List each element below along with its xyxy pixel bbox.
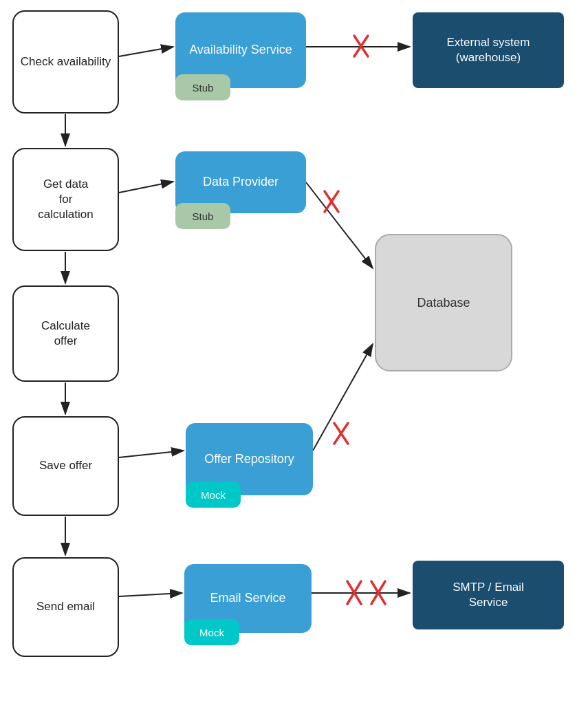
svg-line-20: [347, 581, 361, 604]
data-provider-label: Data Provider: [203, 174, 279, 190]
svg-line-22: [371, 581, 385, 604]
svg-line-4: [354, 36, 368, 56]
svg-line-21: [347, 581, 361, 604]
database-box: Database: [375, 234, 512, 371]
svg-line-8: [306, 182, 373, 268]
mock-offer-repo-label: Mock: [201, 489, 226, 501]
diagram: Check availability Get dataforcalculatio…: [0, 0, 588, 723]
svg-line-14: [313, 344, 373, 451]
availability-service-label: Availability Service: [189, 42, 292, 58]
mock-offer-repo-box: Mock: [186, 482, 241, 508]
stub-data-provider-label: Stub: [193, 211, 214, 222]
smtp-email-label: SMTP / EmailService: [453, 580, 524, 610]
database-label: Database: [417, 296, 470, 310]
check-availability-label: Check availability: [21, 54, 111, 69]
svg-line-10: [325, 191, 338, 212]
svg-line-16: [334, 423, 348, 444]
svg-line-15: [334, 423, 348, 444]
svg-line-18: [119, 593, 182, 596]
stub-availability-label: Stub: [193, 82, 214, 94]
send-email-label: Send email: [36, 599, 95, 614]
save-offer-box: Save offer: [12, 416, 119, 516]
svg-line-7: [119, 182, 173, 193]
external-warehouse-label: External system(warehouse): [447, 35, 530, 65]
send-email-box: Send email: [12, 557, 119, 657]
smtp-email-box: SMTP / EmailService: [413, 561, 564, 629]
mock-email-box: Mock: [184, 619, 239, 645]
email-service-label: Email Service: [210, 590, 285, 606]
offer-repository-label: Offer Repository: [204, 451, 294, 467]
check-availability-box: Check availability: [12, 10, 119, 114]
svg-line-9: [325, 191, 338, 212]
calculate-offer-box: Calculateoffer: [12, 285, 119, 382]
svg-line-23: [371, 581, 385, 604]
save-offer-label: Save offer: [39, 458, 92, 473]
stub-availability-box: Stub: [175, 74, 230, 100]
get-data-label: Get dataforcalculation: [38, 177, 93, 222]
calculate-offer-label: Calculateoffer: [41, 319, 90, 349]
svg-line-13: [119, 451, 184, 457]
mock-email-label: Mock: [199, 627, 224, 638]
svg-line-5: [354, 36, 368, 56]
get-data-box: Get dataforcalculation: [12, 148, 119, 251]
svg-line-2: [119, 47, 173, 56]
stub-data-provider-box: Stub: [175, 203, 230, 229]
external-warehouse-box: External system(warehouse): [413, 12, 564, 88]
